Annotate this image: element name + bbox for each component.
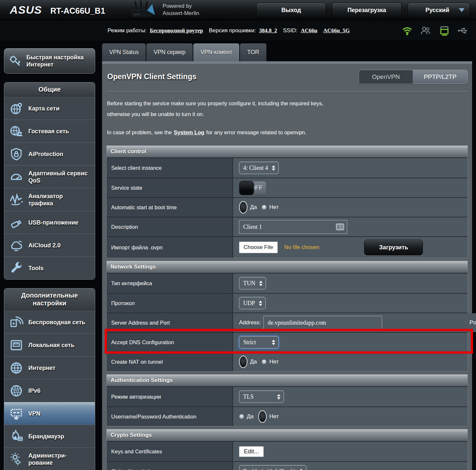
sidebar-item-vpn[interactable]: VPN (4, 402, 95, 425)
firmware-brand: Asuswrt-Merlin (163, 10, 199, 17)
keys-certificates-label: Keys and Certificates (107, 442, 233, 461)
protocol-label: Протокол (107, 294, 233, 313)
autostart-radio-yes[interactable] (239, 201, 247, 213)
client-instance-label: Select client instance (107, 158, 233, 178)
vpn-type-toggle: OpenVPN PPTP/L2TP (359, 70, 468, 84)
autostart-label: Automatic start at boot time (107, 198, 233, 217)
lan-icon (9, 338, 24, 353)
logout-button[interactable]: Выход (256, 3, 326, 18)
accept-dns-select[interactable]: Strict (239, 336, 279, 348)
select-arrows-icon (272, 165, 275, 171)
tab-vpn-status[interactable]: VPN Status (102, 43, 146, 61)
tab-vpn-client[interactable]: VPN-клиент (193, 43, 239, 61)
admin-icon (9, 452, 24, 467)
interface-type-select[interactable]: TUN (239, 277, 266, 289)
description-input[interactable]: Client 1 (239, 220, 347, 234)
sidebar-item-tools[interactable]: Tools (4, 257, 95, 279)
radio-yes-label: Да (250, 204, 257, 211)
asus-logo: ASUS (10, 4, 42, 16)
upload-button[interactable]: Загрузить (364, 240, 423, 255)
keys-edit-button[interactable]: Edit... (239, 446, 264, 457)
client-instance-value: 4: Client 4 (243, 165, 268, 171)
sidebar-item-wan[interactable]: Интернет (4, 356, 95, 379)
cipher-negotiation-value: Enable (with fallback) (243, 468, 296, 470)
autostart-radio-no[interactable] (261, 205, 267, 210)
sidebar-item-wireless[interactable]: Беспроводная сеть (4, 311, 95, 333)
create-nat-radio-yes[interactable] (239, 356, 247, 368)
import-ovpn-label: Импорт файла .ovpn (107, 237, 233, 258)
sidebar-item-label: Беспроводная сеть (28, 319, 85, 326)
powered-by-block: Powered by Asuswrt-Merlin (163, 3, 199, 17)
usb-icon[interactable] (457, 26, 469, 35)
userpass-radio-yes[interactable] (239, 414, 244, 419)
sidebar-item-label: IPv6 (28, 387, 40, 394)
sidebar-item-usb-application[interactable]: USB-приложение (4, 211, 95, 234)
tab-vpn-server[interactable]: VPN сервер (146, 43, 193, 61)
media-bridge-icon[interactable] (438, 25, 450, 36)
radio-yes-label: Да (247, 413, 254, 420)
radio-yes-label: Да (250, 359, 257, 365)
quick-setup-button[interactable]: Быстрая настройка Интернет (4, 48, 95, 74)
sidebar-item-network-map[interactable]: Карта сети (4, 97, 95, 120)
sidebar-item-aiprotection[interactable]: AiProtection (4, 142, 95, 165)
userpass-radio-no[interactable] (258, 410, 267, 423)
title-divider (106, 91, 468, 92)
qos-icon (9, 169, 24, 184)
system-log-link[interactable]: System Log (174, 129, 204, 135)
tab-tor[interactable]: TOR (240, 43, 266, 61)
language-selector[interactable]: Русский (408, 3, 470, 18)
table-row-description: Description Client 1 (107, 217, 468, 236)
protocol-select[interactable]: UDP (239, 297, 266, 309)
clients-icon[interactable] (420, 26, 431, 36)
panel-head: OpenVPN Client Settings OpenVPN PPTP/L2T… (106, 64, 468, 91)
contact-card-icon[interactable] (336, 223, 344, 230)
sidebar-item-traffic-analyzer[interactable]: Анализатор трафика (4, 188, 95, 211)
vpn-icon (9, 406, 24, 421)
select-arrows-icon (300, 469, 303, 470)
create-nat-radio-no[interactable] (261, 359, 267, 364)
ssid-24g-link[interactable]: AC66u (301, 27, 317, 34)
wifi-status-icon[interactable] (402, 26, 413, 36)
sidebar-item-guest-network[interactable]: Гостевая сеть (4, 120, 95, 142)
address-value: de.vpnunlimitedapp.com (268, 319, 326, 326)
sidebar-item-firewall[interactable]: Брандмауэр (4, 425, 95, 448)
sidebar-item-label: AiCloud 2.0 (28, 242, 61, 249)
address-label: Address: (239, 319, 261, 326)
table-row-service-state: Service state OFF (107, 178, 468, 197)
sidebar-item-qos[interactable]: Адаптивный сервис QoS (4, 165, 95, 188)
client-instance-select[interactable]: 4: Client 4 (239, 162, 279, 174)
table-row-userpass-auth: Username/Password Authentication Да Нет (107, 406, 468, 426)
description-value: Client 1 (243, 224, 262, 230)
address-input[interactable]: de.vpnunlimitedapp.com (263, 316, 382, 330)
aicloud-icon (9, 238, 24, 253)
syslog-note-pre: In case of problem, see the (107, 129, 172, 135)
sidebar-item-administration[interactable]: Администри- рование (4, 448, 95, 470)
choose-file-button[interactable]: Choose File (239, 242, 278, 253)
powered-by-label: Powered by (163, 3, 199, 10)
pptp-l2tp-toggle-button[interactable]: PPTP/L2TP (413, 70, 468, 84)
status-bar: Режим работы: Беспроводной роутер Версия… (0, 20, 476, 41)
sidebar-item-aicloud[interactable]: AiCloud 2.0 (4, 234, 95, 257)
auth-mode-select[interactable]: TLS (239, 390, 284, 403)
service-state-toggle[interactable]: OFF (239, 181, 266, 195)
reboot-button[interactable]: Перезагрузка (332, 3, 402, 18)
radio-no-label: Нет (269, 413, 279, 420)
network-settings-table: Network Settings Тип интерфейса TUN Прот… (106, 261, 468, 372)
firmware-version-link[interactable]: 384.8_2 (259, 27, 277, 34)
operation-mode-link[interactable]: Беспроводной роутер (150, 27, 203, 34)
autostart-radio-group: Да Нет (239, 201, 279, 213)
ssid-5g-link[interactable]: AC66u_5G (323, 27, 350, 34)
aiprotection-icon (9, 147, 24, 162)
operation-mode-label: Режим работы: (108, 27, 147, 34)
sidebar-item-lan[interactable]: Локальная сеть (4, 333, 95, 356)
router-model: RT-AC66U_B1 (50, 6, 105, 16)
sidebar-item-label: Администри- рование (28, 452, 67, 466)
toggle-knob (239, 181, 254, 195)
cipher-negotiation-select[interactable]: Enable (with fallback) (239, 465, 306, 470)
openvpn-toggle-button[interactable]: OpenVPN (359, 70, 413, 84)
table-row-server-address: Server Address and Port Address: de.vpnu… (107, 313, 468, 332)
tab-bar: VPN Status VPN сервер VPN-клиент TOR (102, 43, 472, 61)
sidebar-item-ipv6[interactable]: IPV6 IPv6 (4, 379, 95, 402)
sidebar-item-label: USB-приложение (28, 219, 78, 226)
router-illustration-icon (127, 1, 158, 20)
